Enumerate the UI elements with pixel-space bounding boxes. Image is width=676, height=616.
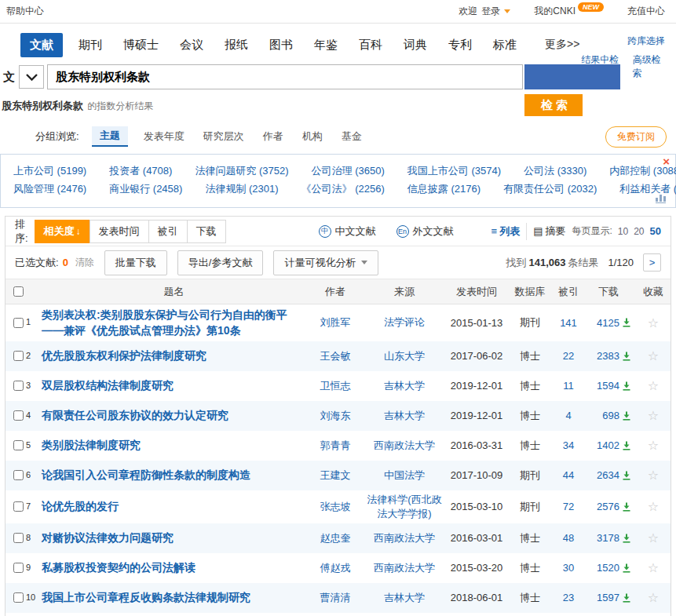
- group-item-institution[interactable]: 机构: [302, 129, 323, 144]
- download-icon[interactable]: [622, 441, 631, 450]
- topic-tag[interactable]: 我国上市公司 (3574): [407, 162, 501, 180]
- result-title-link[interactable]: 论优先股的发行: [42, 498, 306, 514]
- author-link[interactable]: 刘海东: [320, 410, 351, 421]
- foreign-literature-toggle[interactable]: En外文文献: [396, 224, 454, 239]
- result-title-link[interactable]: 有限责任公司股东协议的效力认定研究: [42, 407, 306, 423]
- topic-tag[interactable]: 上市公司 (5199): [13, 162, 86, 180]
- author-link[interactable]: 郭青青: [320, 439, 351, 451]
- list-view-toggle[interactable]: ≡列表: [485, 223, 527, 240]
- author-link[interactable]: 王建文: [320, 469, 351, 481]
- cited-count-link[interactable]: 34: [563, 439, 574, 451]
- group-item-topic[interactable]: 主题: [92, 126, 128, 147]
- index-analysis-link[interactable]: 股东特别权利条款 的指数分析结果: [2, 99, 153, 113]
- tab-literature[interactable]: 文献: [20, 33, 63, 57]
- per-page-50[interactable]: 50: [650, 225, 661, 237]
- source-link[interactable]: 中国法学: [384, 469, 425, 481]
- source-link[interactable]: 法律科学(西北政法大学学报): [367, 494, 441, 519]
- tab-conference[interactable]: 会议: [174, 33, 209, 57]
- download-count-link[interactable]: 698: [602, 410, 619, 421]
- search-input[interactable]: [47, 64, 523, 89]
- download-icon[interactable]: [622, 534, 631, 543]
- search-button[interactable]: 检索: [524, 94, 583, 116]
- source-link[interactable]: 法学评论: [384, 316, 425, 328]
- source-link[interactable]: 吉林大学: [384, 380, 425, 392]
- cross-db-select-link[interactable]: 跨库选择: [627, 35, 665, 48]
- download-icon[interactable]: [622, 381, 631, 391]
- my-cnki-link[interactable]: 我的CNKI: [534, 5, 576, 18]
- result-title-link[interactable]: 优先股股东权利保护法律制度研究: [42, 348, 306, 363]
- close-icon[interactable]: ×: [663, 155, 670, 169]
- download-count-link[interactable]: 1402: [597, 439, 619, 451]
- favorite-star-icon[interactable]: ☆: [648, 349, 659, 363]
- source-link[interactable]: 西南政法大学: [374, 532, 435, 544]
- row-checkbox[interactable]: [13, 470, 24, 480]
- row-checkbox[interactable]: [13, 563, 24, 573]
- free-subscribe-button[interactable]: 免费订阅: [605, 126, 667, 148]
- download-icon[interactable]: [622, 411, 631, 421]
- download-count-link[interactable]: 1597: [597, 592, 619, 603]
- per-page-10[interactable]: 10: [618, 226, 628, 237]
- topic-tag[interactable]: 风险管理 (2476): [13, 180, 86, 198]
- result-title-link[interactable]: 私募股权投资契约的公司法解读: [42, 560, 306, 575]
- topic-tag[interactable]: 有限责任公司 (2032): [503, 180, 597, 198]
- download-icon[interactable]: [622, 502, 631, 512]
- download-icon[interactable]: [622, 563, 631, 573]
- tab-encyclopedia[interactable]: 百科: [353, 33, 388, 57]
- tab-dictionary[interactable]: 词典: [398, 33, 433, 57]
- topic-tag[interactable]: 法律规制 (2301): [205, 180, 278, 198]
- row-checkbox[interactable]: [13, 592, 24, 603]
- source-link[interactable]: 西南政法大学: [374, 439, 435, 451]
- result-title-link[interactable]: 双层股权结构法律制度研究: [42, 377, 306, 393]
- topic-tag[interactable]: 《公司法》 (2256): [301, 180, 385, 198]
- author-link[interactable]: 张志坡: [320, 501, 351, 512]
- download-icon[interactable]: [622, 593, 631, 603]
- source-link[interactable]: 吉林大学: [384, 592, 425, 603]
- recharge-center-link[interactable]: 充值中心: [627, 5, 665, 18]
- row-checkbox[interactable]: [13, 351, 24, 361]
- sort-relevance-button[interactable]: 相关度↓: [35, 220, 90, 243]
- metrics-visualization-button[interactable]: 计量可视化分析: [273, 250, 378, 275]
- favorite-star-icon[interactable]: ☆: [648, 316, 659, 330]
- download-count-link[interactable]: 4125: [597, 317, 619, 329]
- help-center-link[interactable]: 帮助中心: [6, 5, 44, 18]
- download-count-link[interactable]: 1520: [597, 562, 619, 574]
- next-page-button[interactable]: >: [643, 253, 661, 272]
- download-icon[interactable]: [622, 471, 631, 480]
- result-title-link[interactable]: 类别表决权:类别股股东保护与公司行为自由的衡平——兼评《优先股试点管理办法》第1…: [42, 307, 306, 339]
- row-checkbox[interactable]: [13, 440, 24, 450]
- topic-tag[interactable]: 信息披露 (2176): [407, 180, 481, 198]
- export-references-button[interactable]: 导出/参考文献: [177, 250, 264, 275]
- row-checkbox[interactable]: [13, 318, 24, 328]
- favorite-star-icon[interactable]: ☆: [648, 468, 659, 482]
- topic-tag[interactable]: 法律问题研究 (3752): [195, 162, 288, 180]
- row-checkbox[interactable]: [13, 381, 24, 391]
- row-checkbox[interactable]: [13, 501, 24, 512]
- tab-patent[interactable]: 专利: [443, 33, 477, 57]
- nav-more-link[interactable]: 更多>>: [532, 33, 581, 56]
- sort-cited-button[interactable]: 被引: [148, 220, 188, 243]
- topic-tag[interactable]: 公司治理 (3650): [312, 162, 385, 180]
- favorite-star-icon[interactable]: ☆: [648, 591, 659, 604]
- download-count-link[interactable]: 2634: [597, 469, 619, 481]
- author-link[interactable]: 曹清清: [320, 592, 351, 603]
- download-count-link[interactable]: 2576: [597, 501, 619, 512]
- sort-publish-time-button[interactable]: 发表时间: [90, 220, 149, 243]
- cited-count-link[interactable]: 22: [563, 350, 574, 362]
- group-item-fund[interactable]: 基金: [342, 129, 362, 144]
- topic-tag[interactable]: 商业银行 (2458): [109, 180, 182, 198]
- author-link[interactable]: 王会敏: [320, 350, 351, 362]
- cited-count-link[interactable]: 4: [565, 410, 571, 421]
- abstract-view-toggle[interactable]: ▤摘要: [526, 223, 572, 240]
- row-checkbox[interactable]: [13, 410, 24, 421]
- topic-tag[interactable]: 公司法 (3330): [524, 162, 586, 180]
- chinese-literature-toggle[interactable]: 中中文文献: [319, 224, 376, 239]
- group-item-research-level[interactable]: 研究层次: [203, 129, 244, 144]
- cited-count-link[interactable]: 44: [563, 469, 574, 481]
- per-page-20[interactable]: 20: [634, 226, 644, 237]
- cited-count-link[interactable]: 141: [560, 317, 577, 329]
- tab-standard[interactable]: 标准: [488, 33, 522, 57]
- cited-count-link[interactable]: 48: [563, 532, 574, 544]
- cited-count-link[interactable]: 23: [563, 592, 574, 603]
- cited-count-link[interactable]: 30: [563, 562, 574, 574]
- author-link[interactable]: 赵忠奎: [320, 532, 351, 544]
